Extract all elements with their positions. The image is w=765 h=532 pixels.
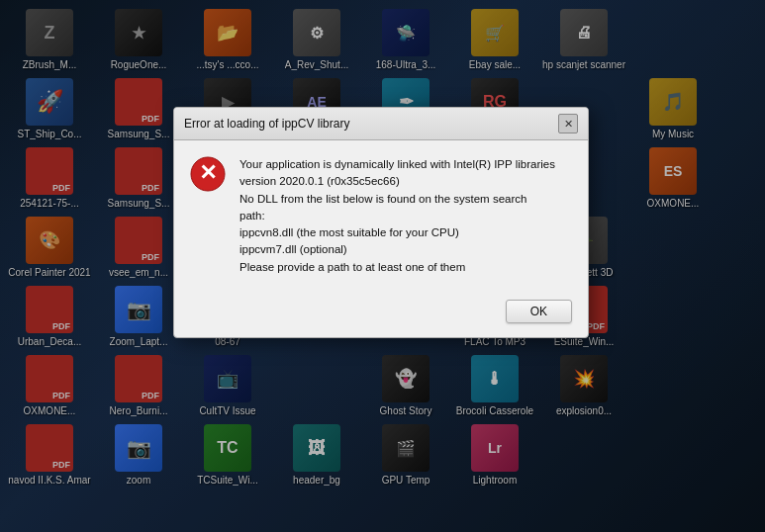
desktop: Z ZBrush_M... 🚀 ST_Ship_Co... 254121-75-… [0, 0, 765, 532]
message-line3: No DLL from the list below is found on t… [239, 193, 526, 205]
error-icon: ✕ [190, 156, 226, 192]
dialog-close-button[interactable]: ✕ [558, 114, 578, 133]
error-dialog: Error at loading of ippCV library ✕ ✕ Yo… [173, 107, 589, 338]
svg-text:✕: ✕ [199, 160, 217, 185]
modal-overlay: Error at loading of ippCV library ✕ ✕ Yo… [0, 0, 765, 532]
message-line5: ippcvn8.dll (the most suitable for your … [239, 226, 459, 238]
dialog-message: Your application is dynamically linked w… [239, 156, 555, 276]
message-line2: version 2020.0.1 (r0x35c5ec66) [239, 175, 400, 187]
message-line7: Please provide a path to at least one of… [239, 261, 465, 273]
dialog-titlebar: Error at loading of ippCV library ✕ [174, 108, 588, 140]
message-line6: ippcvm7.dll (optional) [239, 243, 347, 255]
dialog-footer: OK [174, 292, 588, 337]
message-line4: path: [239, 210, 265, 222]
dialog-body: ✕ Your application is dynamically linked… [174, 140, 588, 292]
message-line1: Your application is dynamically linked w… [239, 158, 555, 170]
ok-button[interactable]: OK [506, 300, 572, 323]
dialog-title: Error at loading of ippCV library [184, 117, 349, 131]
